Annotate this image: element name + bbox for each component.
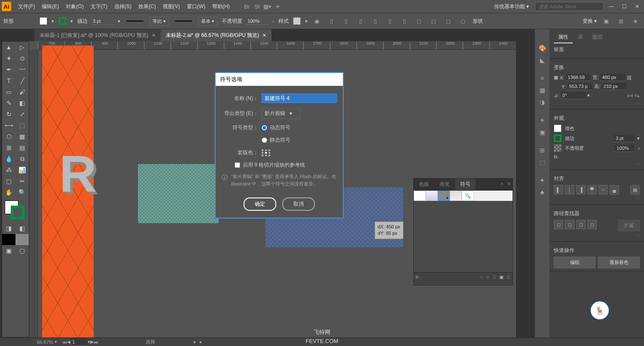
direct-select-tool[interactable]: ▷ [15,42,29,53]
doc-tab-1[interactable]: 未标题-1 [已恢复].ai* @ 100% (RGB/GPU 预览)× [34,29,161,42]
minimize-button[interactable]: — [606,2,617,11]
recolor-icon[interactable]: ◉ [312,16,322,26]
fill-swatch[interactable] [40,17,47,25]
fill-chevron-icon[interactable]: ▾ [52,18,54,24]
align-top-icon[interactable]: ▯ [370,16,381,26]
recolor-button[interactable]: 重新着色 [598,257,640,268]
zoom-level[interactable]: 66.67% [37,340,53,345]
selection-tool[interactable]: ▲ [2,42,15,53]
blend-tool[interactable]: ⧉ [15,153,29,164]
symbol-sprayer-icon[interactable]: ✦ [535,174,549,186]
ruler-horizontal[interactable]: 700800 9001000 11001200 13001400 1500160… [38,41,516,50]
ruler-vertical[interactable] [29,50,38,337]
maximize-button[interactable]: ☐ [619,2,629,11]
last-artboard-icon[interactable]: ⏭ [94,340,98,345]
ok-button[interactable]: 确定 [244,197,276,211]
shape-minus-icon[interactable]: ◻ [429,16,439,26]
stroke-steppers[interactable]: ▾ [118,18,120,24]
star-icon[interactable]: ★ [630,16,641,26]
width-tool[interactable]: ⟷ [2,120,15,131]
shaper-tool[interactable]: ✎ [2,97,15,109]
stock-icon[interactable]: St [252,1,262,12]
draw-behind-icon[interactable] [15,234,29,245]
curvature-tool[interactable]: 〰 [15,64,29,75]
cancel-button[interactable]: 取消 [282,197,315,211]
more-options-icon[interactable]: ⋯ [554,196,640,202]
intersect-btn[interactable]: ◻ [576,220,586,229]
hand-tool[interactable]: ✋ [2,187,15,198]
opacity-prop[interactable] [615,145,635,152]
zoom-tool[interactable]: 🔍 [15,187,29,198]
more-options-icon[interactable]: ⋯ [554,161,640,167]
gpu-icon[interactable]: ✈ [273,1,283,12]
arrange-icon[interactable]: ▦▾ [262,1,273,12]
fill-stroke-control[interactable] [2,200,29,221]
enable-9slice-checkbox[interactable]: 启用 9 格切片缩放的参考线 [235,161,337,169]
place-instance-icon[interactable]: ↳ [479,274,483,280]
search-stock-input[interactable] [535,2,604,11]
minus-front-btn[interactable]: ◻ [565,220,574,229]
rotate-tool[interactable]: ↻ [2,109,15,120]
normal-draw-icon[interactable] [2,234,15,245]
transform-panel-icon[interactable]: ⬚ [535,156,549,168]
registration-grid[interactable] [262,149,271,156]
free-transform-tool[interactable]: ⬚ [15,120,29,131]
opacity-swatch-prop[interactable] [554,144,562,152]
symbol-item-3[interactable]: ▼ [438,191,450,201]
brush-preview[interactable] [175,21,192,21]
menu-file[interactable]: 文件(F) [15,1,38,12]
align-to-btn[interactable]: ▦ [630,185,640,194]
angle-input[interactable] [561,92,586,99]
change-screen-icon[interactable]: ▢ [15,245,29,256]
swatches-tab[interactable]: 色板 [414,179,434,190]
menu-view[interactable]: 视图(V) [159,1,183,12]
more-options-icon[interactable]: ⋯ [554,101,640,106]
brush-def-select[interactable]: 基本 ▾ [198,17,217,26]
stroke-chevron-icon[interactable]: ▾ [70,18,73,24]
menu-select[interactable]: 选择(S) [111,1,135,12]
expand-button[interactable]: 扩展 [618,220,640,231]
shape-exclude-icon[interactable]: ◻ [458,16,468,26]
align-hcenter-icon[interactable]: ▯ [341,16,351,26]
color-guide-icon[interactable]: ◣ [535,54,549,66]
artboard-nav-input[interactable] [70,338,88,346]
stroke-swatch[interactable] [58,17,66,25]
first-artboard-icon[interactable]: ⏮ [62,340,67,345]
layers-tab[interactable]: 图层 [588,32,607,43]
height-input[interactable] [602,83,627,90]
menu-type[interactable]: 文字(T) [87,1,111,12]
selected-object[interactable] [137,164,219,224]
appearance-panel-icon[interactable]: ☀ [535,114,549,126]
symbol-item-4[interactable] [450,191,462,201]
stroke-weight-prop[interactable] [614,135,634,142]
stroke-color[interactable] [11,206,24,219]
lasso-tool[interactable]: ⊙ [15,53,29,64]
flip-v-icon[interactable]: ▿▵ [635,93,640,98]
gradient-panel-icon[interactable]: ▦ [535,84,549,96]
symbols-tab[interactable]: 符号 [455,179,476,190]
stroke-preview[interactable] [126,21,143,21]
gradient-mode-icon[interactable]: ◧ [15,223,29,234]
new-symbol-icon[interactable]: ▣ [499,274,504,280]
close-tab-icon[interactable]: × [262,32,266,39]
align-bottom-icon[interactable]: ▯ [400,16,410,26]
more-options-icon[interactable]: ⋯ [554,233,640,239]
break-link-icon[interactable]: ⊘ [486,274,490,280]
symbols-panel-icon[interactable]: ♣ [535,186,549,198]
link-wh-icon[interactable]: ⛓ [627,75,632,80]
close-tab-icon[interactable]: × [152,32,156,39]
width-profile-select[interactable]: 等比 ▾ [150,17,169,26]
align-hcenter-btn[interactable]: │ [565,185,574,194]
stroke-panel-icon[interactable]: ≡ [535,72,549,84]
transparency-panel-icon[interactable]: ◑ [535,96,549,108]
dynamic-symbol-radio[interactable]: 动态符号 [262,124,290,131]
align-right-btn[interactable]: ▐ [576,185,586,194]
color-mode-icon[interactable]: ◨ [2,223,15,234]
align-to-icon[interactable]: ⊞ [616,16,626,26]
align-bottom-btn[interactable]: ▄ [610,185,619,194]
align-panel-icon[interactable]: ⊞ [535,144,549,156]
symbol-options-icon[interactable]: ☰ [492,274,497,280]
shape-unite-icon[interactable]: ◻ [414,16,424,26]
group-button[interactable]: 编组 [554,257,595,268]
align-left-btn[interactable]: ▌ [554,185,563,194]
